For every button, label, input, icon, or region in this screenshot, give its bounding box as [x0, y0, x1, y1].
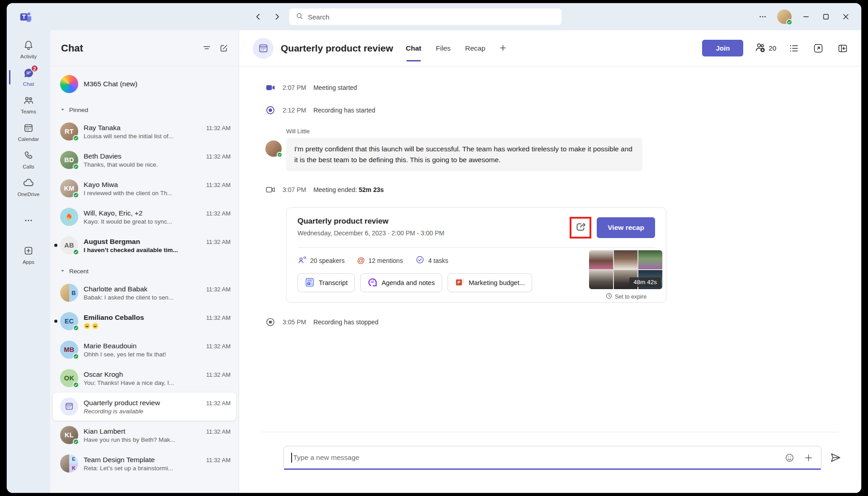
rail-item-label: Calendar: [18, 136, 39, 142]
rail-item-activity[interactable]: Activity: [7, 36, 50, 63]
pop-out-icon[interactable]: [811, 42, 825, 55]
avatar: EC: [60, 312, 78, 330]
presence-badge: [73, 192, 79, 198]
chat-item-team-design-template[interactable]: EKTeam Design Template11:32 AMReta: Let’…: [53, 449, 236, 477]
stat-label: 20 speakers: [310, 257, 344, 264]
sender-avatar[interactable]: [265, 140, 282, 157]
expire-label: Set to expire: [615, 294, 646, 300]
attach-plus-icon[interactable]: [803, 452, 814, 463]
thumbnail-participant-4: [589, 270, 613, 289]
chat-item-name: Ray Tanaka: [84, 124, 121, 132]
attachment-label: Agenda and notes: [382, 279, 435, 286]
avatar: RT: [60, 122, 78, 140]
user-avatar[interactable]: [777, 9, 792, 24]
stat-speakers: 20 speakers: [297, 255, 344, 266]
rail-item-teams[interactable]: Teams: [7, 91, 50, 118]
avatar: AB: [60, 236, 78, 254]
event-time: 2:12 PM: [283, 107, 306, 114]
avatar: [60, 398, 78, 416]
chat-item-emiliano-ceballos[interactable]: ECEmiliano Ceballos11:32 AM: [53, 307, 236, 335]
attachment-transcript[interactable]: Transcript: [297, 273, 355, 292]
chat-item-august-bergman[interactable]: ABAugust Bergman11:32 AMI haven’t checke…: [53, 231, 236, 259]
chat-item-name: August Bergman: [84, 238, 140, 246]
minimize-button[interactable]: [796, 8, 816, 26]
maximize-button[interactable]: [816, 8, 836, 26]
message-bubble[interactable]: I'm pretty confident that this launch wi…: [286, 138, 642, 171]
chat-item-beth-davies[interactable]: BDBeth Davies11:32 AMThanks, that would …: [53, 146, 236, 174]
show-conversation-icon[interactable]: [787, 42, 801, 55]
attachment-label: Transcript: [319, 279, 348, 286]
avatar-initials: KL: [65, 431, 74, 439]
avatar-initials: EC: [65, 318, 74, 325]
section-header-pinned[interactable]: Pinned: [53, 98, 236, 117]
chat-panel-header: Chat: [50, 30, 239, 66]
event-text: Meeting started: [313, 84, 357, 91]
rail-item-label: Calls: [23, 164, 34, 169]
presence-badge: [73, 439, 79, 445]
chat-item-preview: Reta: Let’s set up a brainstormi...: [84, 465, 231, 472]
meeting-icon: [65, 402, 74, 412]
close-pane-icon[interactable]: [836, 42, 849, 55]
chat-item-preview: I reviewed with the client on Th...: [84, 190, 231, 197]
camera-outline-icon: [265, 185, 275, 195]
stat-label: 4 tasks: [428, 257, 448, 264]
message-thread: 2:07 PMMeeting started2:12 PMRecording h…: [239, 66, 642, 340]
chat-item-charlotte-and-babak[interactable]: BCharlotte and Babak11:32 AMBabak: I ask…: [53, 279, 236, 307]
tab-files[interactable]: Files: [436, 30, 451, 66]
more-options-icon[interactable]: [753, 8, 773, 26]
event-time: 3:05 PM: [283, 318, 306, 326]
ellipsis-icon: [24, 215, 33, 227]
tasks-icon: [415, 255, 425, 266]
add-tab-button[interactable]: +: [500, 42, 506, 55]
stop-record-icon: [265, 317, 275, 327]
chat-item-will-kayo-eric-2[interactable]: Will, Kayo, Eric, +211:32 AMKayo: It wou…: [53, 203, 236, 231]
view-recap-button[interactable]: View recap: [597, 217, 655, 238]
chat-item-preview: Ohhh I see, yes let me fix that!: [84, 351, 231, 358]
participants-button[interactable]: 20: [754, 42, 776, 55]
recording-thumbnail[interactable]: 48m 42s: [589, 250, 662, 289]
calendar-icon: [23, 122, 34, 135]
share-recap-button-annotated[interactable]: [570, 217, 591, 239]
filter-icon[interactable]: [198, 40, 215, 57]
send-icon[interactable]: [829, 451, 842, 464]
section-header-recent[interactable]: Recent: [53, 260, 236, 279]
rail-item-more[interactable]: [7, 211, 50, 231]
chevron-down-icon: [60, 107, 65, 113]
event-text: Recording has stopped: [313, 318, 378, 326]
chat-item-name: Beth Davies: [84, 152, 122, 160]
rail-item-onedrive[interactable]: OneDrive: [7, 173, 50, 201]
rail-item-calendar[interactable]: Calendar: [7, 118, 50, 146]
chat-item-ray-tanaka[interactable]: RTRay Tanaka11:32 AMLouisa will send the…: [53, 117, 236, 145]
recording-thumbnail-wrap: 48m 42s Set to expire: [589, 250, 663, 300]
recap-datetime: Wednesday, December 6, 2023 · 2:00 PM - …: [297, 229, 444, 237]
message-input[interactable]: Type a new message: [283, 446, 821, 469]
new-chat-icon[interactable]: [215, 40, 232, 57]
join-button[interactable]: Join: [702, 40, 743, 56]
chat-item-marie-beaudouin[interactable]: MBMarie Beaudouin11:32 AMOhhh I see, yes…: [53, 336, 236, 364]
rail-item-calls[interactable]: Calls: [7, 146, 50, 173]
avatar: BD: [60, 151, 78, 169]
search-input[interactable]: Search: [289, 8, 562, 25]
chat-item-m365-chat[interactable]: M365 Chat (new): [53, 70, 236, 98]
composer-divider: [261, 432, 839, 432]
rail-item-chat[interactable]: 2Chat: [7, 63, 50, 91]
message-input-placeholder: Type a new message: [293, 454, 359, 462]
chat-item-kian-lambert[interactable]: KLKian Lambert11:32 AMHave you run this …: [53, 421, 236, 449]
emoji-icon[interactable]: [784, 452, 795, 463]
ppt-file-icon: P: [455, 277, 465, 289]
unread-count-badge: 2: [31, 65, 38, 72]
chat-item-kayo-miwa[interactable]: KMKayo Miwa11:32 AMI reviewed with the c…: [53, 174, 236, 202]
chat-item-name: Emiliano Ceballos: [84, 314, 144, 322]
nav-back-button[interactable]: [251, 9, 265, 25]
nav-forward-button[interactable]: [270, 9, 284, 25]
chat-item-time: 11:32 AM: [206, 239, 231, 245]
chat-item-oscar-krogh[interactable]: OKOscar Krogh11:32 AMYou: Thanks! Have a…: [53, 364, 236, 392]
rail-item-apps[interactable]: Apps: [7, 241, 50, 269]
tab-chat[interactable]: Chat: [406, 30, 421, 66]
attachment-agenda-and-notes[interactable]: Agenda and notes: [360, 273, 442, 292]
chat-item-quarterly-product-review[interactable]: Quarterly product review11:32 AMRecordin…: [53, 393, 236, 421]
attachment-marketing-budget-[interactable]: PMarketing budget...: [448, 273, 532, 292]
avatar-initials: BD: [64, 156, 74, 164]
close-button[interactable]: [836, 8, 856, 26]
tab-recap[interactable]: Recap: [465, 30, 486, 66]
